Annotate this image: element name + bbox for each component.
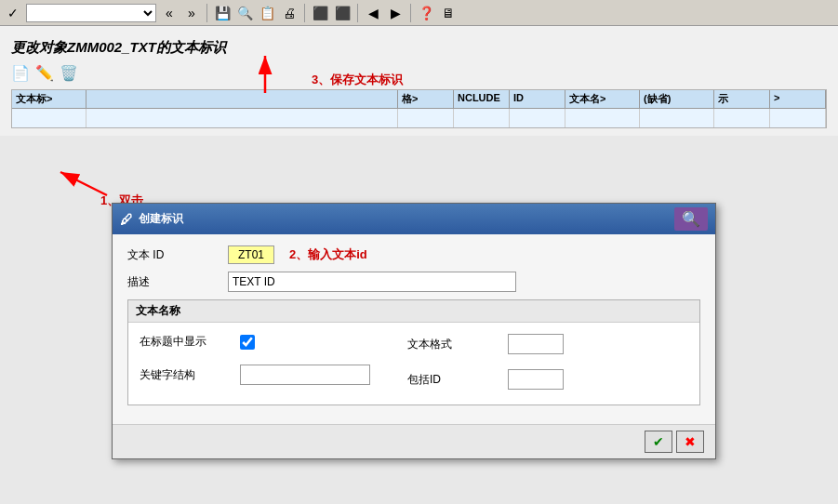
table-row[interactable]: [12, 109, 826, 127]
dialog-body: 文本 ID ZT01 2、输入文本id 描述 文本名称 在标题中显示 关键字结构: [113, 234, 715, 424]
col-default: (缺省): [640, 90, 714, 108]
show-in-title-label: 在标题中显示: [140, 334, 233, 350]
text-id-row: 文本 ID ZT01 2、输入文本id: [127, 245, 700, 264]
show-in-title-row: 在标题中显示: [140, 334, 370, 350]
ok-check-icon: ✔: [653, 434, 664, 449]
toolbar-icon-2[interactable]: 🔍: [235, 4, 254, 22]
col-format: 格>: [398, 90, 454, 108]
text-table: 文本标> 格> NCLUDE ID 文本名> (缺省) 示 >: [11, 89, 827, 128]
toolbar-monitor-icon[interactable]: 🖥: [439, 4, 458, 22]
cancel-button[interactable]: ✖: [676, 431, 704, 453]
toolbar-nav-left[interactable]: «: [160, 4, 179, 22]
cell-7: [640, 109, 714, 127]
col-text-mark: 文本标>: [12, 90, 86, 108]
include-id-label: 包括ID: [407, 372, 500, 388]
toolbar-help-icon[interactable]: ❓: [417, 4, 435, 22]
delete-icon[interactable]: 🗑️: [60, 64, 78, 82]
anno-input-text: 2、输入文本id: [289, 246, 367, 263]
dialog-search-button[interactable]: 🔍: [674, 207, 708, 231]
ok-button[interactable]: ✔: [645, 431, 672, 453]
cell-2: [86, 109, 398, 127]
cell-3: [398, 109, 454, 127]
main-toolbar: ✓ « » 💾 🔍 📋 🖨 ⬛ ⬛ ◀ ▶ ❓ 🖥: [0, 0, 838, 26]
text-format-input[interactable]: [508, 334, 564, 354]
keyword-struct-label: 关键字结构: [140, 367, 233, 383]
show-in-title-checkbox[interactable]: [240, 335, 255, 350]
col-text-name: 文本名>: [565, 90, 640, 108]
toolbar-nav-right[interactable]: »: [182, 4, 201, 22]
section-title-text: 文本名称: [128, 300, 699, 323]
cell-4: [454, 109, 510, 127]
create-dialog: 🖊 创建标识 🔍 文本 ID ZT01 2、输入文本id 描述 文本名称 在标题…: [112, 203, 716, 459]
table-header: 文本标> 格> NCLUDE ID 文本名> (缺省) 示 >: [12, 90, 826, 109]
col-empty: [86, 90, 398, 108]
include-id-input[interactable]: [508, 369, 564, 390]
col-id: ID: [510, 90, 565, 108]
action-toolbar: 📄 ✏️ 🗑️: [11, 62, 827, 84]
new-doc-icon[interactable]: 📄: [11, 64, 30, 82]
include-id-row: 包括ID: [407, 369, 564, 390]
text-format-label: 文本格式: [407, 337, 500, 352]
divider-3: [357, 4, 358, 22]
text-id-label: 文本 ID: [127, 247, 220, 263]
cell-6: [565, 109, 640, 127]
main-content: 更改对象ZMM002_TXT的文本标识 📄 ✏️ 🗑️ 文本标> 格> NCLU…: [0, 26, 838, 136]
toolbar-checkmark-icon[interactable]: ✓: [4, 4, 22, 22]
dialog-title-left: 🖊 创建标识: [120, 211, 183, 227]
toolbar-print-icon[interactable]: 🖨: [280, 4, 299, 22]
dialog-title-icon: 🖊: [120, 212, 133, 227]
desc-row: 描述: [127, 272, 700, 292]
text-id-value[interactable]: ZT01: [228, 245, 274, 264]
keyword-struct-row: 关键字结构: [140, 365, 370, 385]
dialog-footer: ✔ ✖: [113, 424, 715, 458]
divider-4: [410, 4, 411, 22]
edit-icon[interactable]: ✏️: [35, 64, 54, 82]
desc-label: 描述: [127, 274, 220, 290]
col-arrow: >: [770, 90, 826, 108]
left-col: 在标题中显示 关键字结构: [140, 334, 370, 397]
cell-8: [714, 109, 770, 127]
dialog-titlebar: 🖊 创建标识 🔍: [113, 204, 715, 234]
anno-save-text: 3、保存文本标识: [312, 72, 403, 88]
cell-9: [770, 109, 826, 127]
toolbar-icon-7[interactable]: ◀: [364, 4, 382, 22]
right-col: 文本格式 包括ID: [407, 334, 564, 397]
col-nclude: NCLUDE: [454, 90, 510, 108]
page-title: 更改对象ZMM002_TXT的文本标识: [11, 39, 827, 57]
toolbar-save-icon[interactable]: 💾: [213, 4, 232, 22]
toolbar-icon-6[interactable]: ⬛: [333, 4, 352, 22]
toolbar-icon-8[interactable]: ▶: [386, 4, 405, 22]
toolbar-select[interactable]: [26, 4, 156, 22]
desc-input[interactable]: [228, 272, 516, 292]
cell-1: [12, 109, 86, 127]
toolbar-icon-3[interactable]: 📋: [258, 4, 276, 22]
text-format-row: 文本格式: [407, 334, 564, 354]
col-show: 示: [714, 90, 770, 108]
text-name-section: 文本名称 在标题中显示 关键字结构 文本格式: [127, 299, 700, 405]
toolbar-icon-5[interactable]: ⬛: [311, 4, 329, 22]
divider-2: [304, 4, 305, 22]
section-body: 在标题中显示 关键字结构 文本格式 包括ID: [140, 330, 688, 397]
keyword-struct-input[interactable]: [240, 365, 370, 385]
cancel-x-icon: ✖: [685, 434, 696, 449]
cell-5: [510, 109, 565, 127]
dialog-title-text: 创建标识: [139, 211, 183, 227]
divider-1: [206, 4, 207, 22]
